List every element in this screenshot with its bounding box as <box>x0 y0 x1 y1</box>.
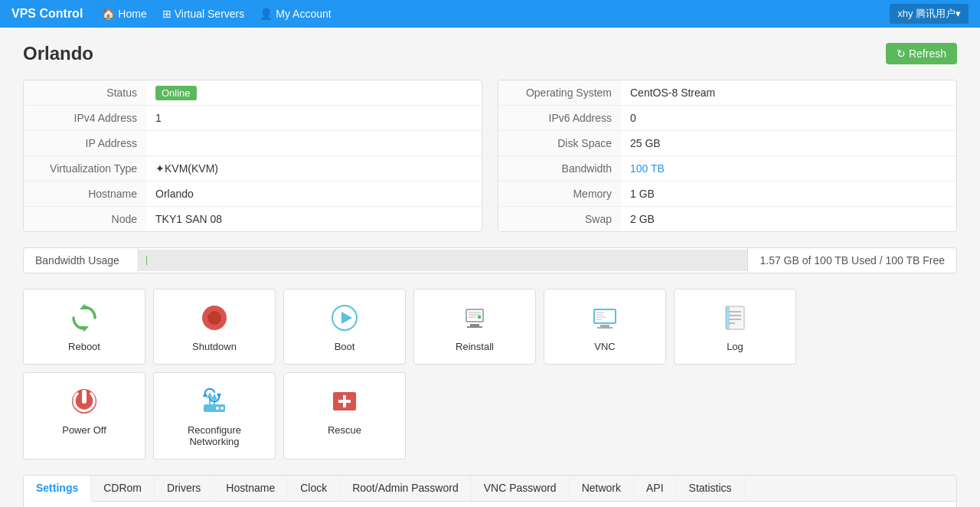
table-row: Swap 2 GB <box>498 207 956 232</box>
status-badge: Online <box>155 86 197 100</box>
poweroff-icon <box>69 384 100 418</box>
label-node: Node <box>24 207 146 232</box>
nav-virtual-servers[interactable]: ⊞ Virtual Servers <box>162 8 245 20</box>
svg-rect-10 <box>467 326 482 328</box>
label-ipv4: IPv4 Address <box>24 106 146 131</box>
reboot-label: Reboot <box>68 341 100 352</box>
label-memory: Memory <box>498 182 621 207</box>
tab-root-password[interactable]: Root/Admin Password <box>340 476 472 501</box>
table-row: Virtualization Type ✦KVM(KVM) <box>24 156 482 182</box>
value-swap: 2 GB <box>621 207 956 232</box>
shutdown-label: Shutdown <box>192 341 237 352</box>
boot-svg <box>329 303 360 333</box>
table-row: Operating System CentOS-8 Stream <box>498 80 956 106</box>
value-hostname: Orlando <box>146 182 482 207</box>
bandwidth-text: 1.57 GB of 100 TB Used / 100 TB Free <box>747 248 956 273</box>
vnc-button[interactable]: VNC <box>544 289 666 365</box>
bandwidth-link[interactable]: 100 TB <box>630 162 665 175</box>
actions-row-2: Power Off <box>23 372 957 460</box>
page-title: Orlando <box>23 43 93 64</box>
tab-hostname[interactable]: Hostname <box>214 476 288 501</box>
label-swap: Swap <box>498 207 621 232</box>
table-row: Hostname Orlando <box>24 182 482 207</box>
svg-rect-21 <box>596 316 606 318</box>
user-dropdown[interactable]: xhy 腾讯用户▾ <box>890 4 969 24</box>
rescue-label: Rescue <box>328 424 361 436</box>
reconfigure-networking-label: Reconfigure Networking <box>169 424 260 447</box>
value-ip <box>146 131 482 156</box>
shutdown-icon <box>199 301 230 335</box>
tab-settings[interactable]: Settings <box>24 476 91 502</box>
rescue-button[interactable]: Rescue <box>283 372 406 460</box>
poweroff-label: Power Off <box>62 424 106 436</box>
reboot-icon <box>69 301 100 335</box>
reconfigure-networking-button[interactable]: Reconfigure Networking <box>153 372 276 460</box>
svg-rect-19 <box>596 312 604 313</box>
value-memory: 1 GB <box>621 182 956 207</box>
tabs-container: Settings CDRom Drivers Hostname Clock Ro… <box>23 475 957 507</box>
reboot-svg <box>69 303 100 333</box>
actions-grid: Reboot Shutdown <box>23 289 957 460</box>
value-node: TKY1 SAN 08 <box>146 207 482 232</box>
log-icon <box>720 301 750 335</box>
boot-button[interactable]: Boot <box>283 289 406 365</box>
table-row: Disk Space 25 GB <box>498 131 956 156</box>
vnc-icon <box>590 301 620 335</box>
log-button[interactable]: Log <box>674 289 796 365</box>
info-table-right: Operating System CentOS-8 Stream IPv6 Ad… <box>498 80 957 232</box>
tab-content <box>24 502 956 507</box>
tab-vnc-password[interactable]: VNC Password <box>472 476 570 501</box>
boot-icon <box>329 301 360 335</box>
label-virt: Virtualization Type <box>24 156 146 182</box>
svg-rect-18 <box>597 327 612 329</box>
reboot-button[interactable]: Reboot <box>23 289 145 365</box>
boot-label: Boot <box>335 341 355 352</box>
log-label: Log <box>727 341 743 352</box>
tab-clock[interactable]: Clock <box>288 476 340 501</box>
actions-row-1: Reboot Shutdown <box>23 289 957 365</box>
tab-drivers[interactable]: Drivers <box>155 476 214 501</box>
svg-point-32 <box>220 407 224 410</box>
shutdown-svg <box>199 303 230 333</box>
tab-cdrom[interactable]: CDRom <box>91 476 155 501</box>
label-os: Operating System <box>498 80 621 106</box>
label-ipv6: IPv6 Address <box>498 106 621 131</box>
shutdown-button[interactable]: Shutdown <box>153 289 276 365</box>
value-status: Online <box>146 80 482 106</box>
reinstall-icon <box>459 301 490 335</box>
table-row: Memory 1 GB <box>498 182 956 207</box>
poweroff-button[interactable]: Power Off <box>23 372 145 460</box>
label-status: Status <box>24 80 146 106</box>
value-virt: ✦KVM(KVM) <box>146 156 482 182</box>
table-row: Bandwidth 100 TB <box>498 156 956 182</box>
table-row: IPv4 Address 1 <box>24 106 482 131</box>
label-ip: IP Address <box>24 131 146 156</box>
info-tables: Status Online IPv4 Address 1 IP Address … <box>23 80 957 232</box>
svg-rect-9 <box>470 324 479 326</box>
tab-statistics[interactable]: Statistics <box>677 476 745 501</box>
vnc-svg <box>590 303 620 333</box>
bandwidth-label: Bandwidth Usage <box>24 248 139 273</box>
svg-rect-30 <box>82 390 87 404</box>
svg-rect-42 <box>338 400 351 403</box>
svg-rect-20 <box>596 314 603 316</box>
nav-links: 🏠 Home ⊞ Virtual Servers 👤 My Account <box>102 8 331 20</box>
navbar: VPS Control 🏠 Home ⊞ Virtual Servers 👤 M… <box>0 0 980 28</box>
svg-marker-39 <box>217 394 221 398</box>
rescue-icon <box>329 384 360 418</box>
nav-my-account[interactable]: 👤 My Account <box>260 8 331 20</box>
nav-home[interactable]: 🏠 Home <box>102 8 146 20</box>
reinstall-label: Reinstall <box>456 341 494 352</box>
svg-rect-17 <box>600 325 609 327</box>
table-row: Node TKY1 SAN 08 <box>24 207 482 232</box>
value-ipv6: 0 <box>621 106 956 131</box>
value-os: CentOS-8 Stream <box>621 80 956 106</box>
reinstall-button[interactable]: Reinstall <box>413 289 536 365</box>
tab-network[interactable]: Network <box>570 476 634 501</box>
svg-rect-22 <box>596 319 602 320</box>
svg-rect-28 <box>726 306 730 329</box>
tab-api[interactable]: API <box>634 476 677 501</box>
refresh-button[interactable]: ↻ Refresh <box>886 43 957 64</box>
svg-rect-4 <box>207 310 211 314</box>
page-title-row: Orlando ↻ Refresh <box>23 43 957 64</box>
